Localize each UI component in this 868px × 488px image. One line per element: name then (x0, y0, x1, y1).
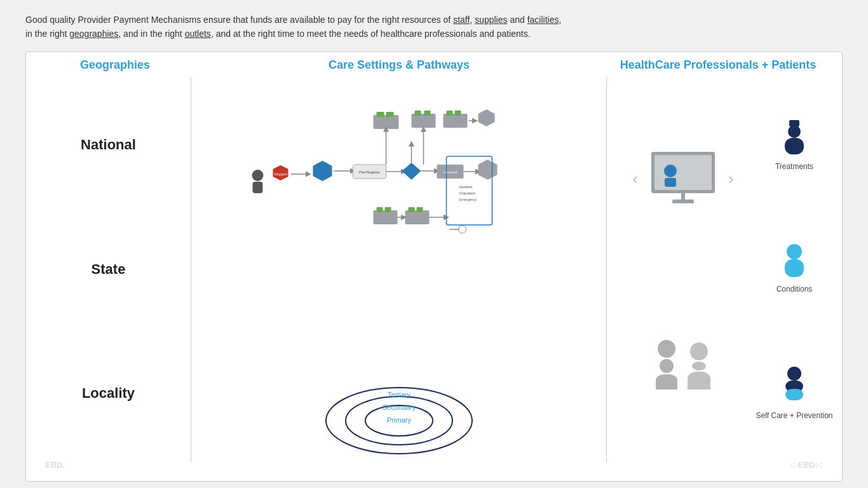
flow-diagram: Oxygen Pre-Register (204, 83, 593, 248)
svg-text:Hospital: Hospital (444, 170, 458, 174)
intro-text-5: in the right (25, 29, 69, 39)
intro-staff: staff (453, 15, 470, 25)
prev-arrow[interactable]: ‹ (632, 169, 638, 189)
intro-supplies: supplies (475, 15, 507, 25)
hcp-left-section: ‹ (613, 83, 753, 456)
svg-rect-32 (409, 207, 415, 212)
hcp-header: HealthCare Professionals + Patients (600, 58, 836, 72)
care-header: Care Settings & Pathways (198, 58, 600, 72)
svg-point-0 (252, 170, 264, 181)
next-arrow[interactable]: › (728, 169, 734, 189)
svg-point-61 (787, 367, 801, 381)
intro-text-6: , and in the right (118, 29, 184, 39)
svg-rect-29 (377, 207, 383, 212)
ellipses-diagram: Tertiary Secondary Primary (323, 373, 475, 456)
treatments-label: Treatments (775, 162, 813, 171)
national-label: National (81, 137, 136, 153)
column-headers: Geographies Care Settings & Pathways Hea… (26, 58, 842, 72)
svg-text:Emergency: Emergency (459, 198, 477, 201)
svg-marker-5 (313, 161, 332, 181)
svg-rect-51 (654, 155, 712, 190)
svg-text:Oxygen: Oxygen (274, 172, 287, 176)
conditions-label: Conditions (776, 285, 813, 294)
svg-rect-31 (405, 210, 430, 224)
svg-rect-16 (412, 114, 436, 128)
svg-text:Inpatient: Inpatient (459, 185, 473, 189)
footer: EBD. ·:·EBD:·: (26, 462, 842, 475)
svg-marker-22 (478, 109, 495, 126)
selfcare-label: Self Care + Prevention (756, 411, 832, 420)
hcp-column: ‹ (607, 77, 842, 462)
footer-right: ·:·EBD:·: (790, 460, 823, 470)
svg-rect-21 (455, 111, 461, 116)
intro-facilities: facilities (527, 15, 559, 25)
intro-text-4: , (559, 15, 561, 25)
patient-figure-2 (688, 342, 710, 390)
intro-outlets: outlets (185, 29, 211, 39)
intro-paragraph: Good quality Provider Payment Mechanisms… (25, 13, 843, 41)
monitor-display (648, 149, 718, 208)
svg-rect-18 (424, 111, 431, 116)
svg-text:Primary: Primary (387, 416, 411, 424)
svg-rect-30 (385, 207, 391, 212)
svg-rect-13 (374, 115, 399, 129)
svg-text:Secondary: Secondary (382, 403, 416, 411)
geo-header: Geographies (32, 58, 198, 72)
svg-rect-17 (415, 111, 421, 116)
svg-rect-1 (253, 182, 263, 193)
patients-row (656, 340, 710, 390)
patient-figure-1 (656, 340, 677, 390)
svg-marker-27 (478, 159, 498, 180)
main-diagram-box: Geographies Care Settings & Pathways Hea… (25, 51, 843, 482)
svg-point-52 (664, 165, 677, 177)
state-label: State (92, 261, 126, 278)
svg-rect-55 (672, 200, 694, 203)
intro-text-1: Good quality Provider Payment Mechanisms… (25, 15, 453, 25)
conditions-section: Conditions (776, 241, 813, 294)
footer-left: EBD. (45, 460, 65, 470)
content-area: National State Locality Oxygen (26, 77, 842, 462)
svg-marker-10 (402, 163, 421, 180)
care-settings-column: Oxygen Pre-Register (191, 77, 607, 462)
svg-rect-28 (374, 210, 398, 224)
intro-geographies: geographies (69, 29, 118, 39)
selfcare-section: Self Care + Prevention (756, 365, 832, 420)
locality-label: Locality (82, 385, 135, 402)
svg-point-40 (459, 226, 466, 233)
svg-rect-53 (665, 178, 676, 187)
svg-rect-60 (785, 259, 804, 277)
svg-rect-14 (377, 112, 384, 117)
hcp-right-section: Treatments Conditions (753, 83, 836, 456)
svg-rect-33 (417, 207, 423, 212)
svg-rect-15 (386, 112, 394, 117)
intro-text-7: , and at the right time to meet the need… (211, 29, 531, 39)
svg-rect-19 (444, 114, 468, 128)
intro-text-2: , (470, 15, 475, 25)
svg-rect-63 (785, 389, 803, 400)
svg-rect-20 (447, 111, 453, 116)
svg-point-57 (788, 125, 801, 138)
svg-rect-54 (681, 193, 685, 200)
treatments-section: Treatments (775, 119, 813, 171)
svg-text:Tertiary: Tertiary (387, 391, 410, 398)
svg-text:Outpatient: Outpatient (459, 191, 476, 195)
geographies-column: National State Locality (26, 77, 191, 462)
intro-text-3: and (508, 15, 527, 25)
monitor-section: ‹ (632, 149, 733, 208)
svg-rect-58 (785, 138, 804, 154)
svg-text:Pre-Register: Pre-Register (359, 170, 381, 174)
svg-point-59 (787, 244, 802, 259)
